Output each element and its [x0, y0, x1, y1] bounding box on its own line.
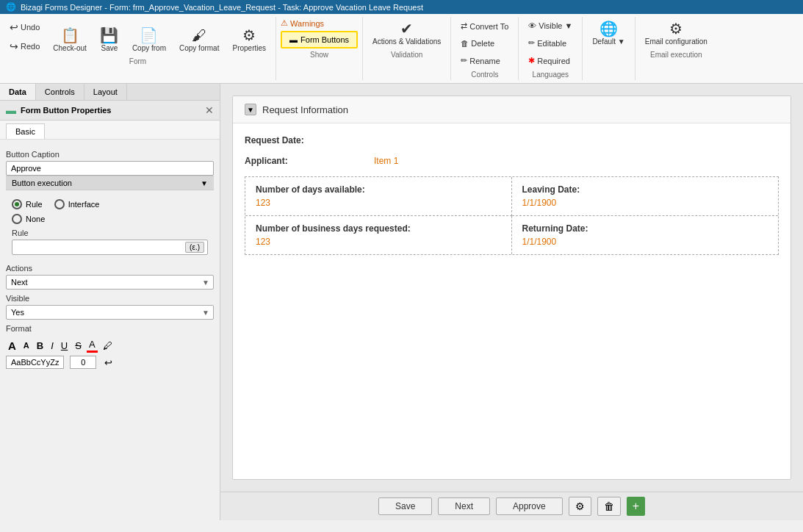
- format-font-large[interactable]: A: [6, 339, 18, 353]
- tab-data[interactable]: Data: [0, 84, 36, 100]
- format-preview-row: AaBbCcYyZz ↩: [6, 356, 214, 369]
- convert-to-button[interactable]: ⇄ Convert To: [455, 18, 514, 34]
- rename-icon: ✏: [461, 56, 467, 65]
- radio-rule-circle: [12, 199, 22, 209]
- format-reset-button[interactable]: ↩: [102, 356, 115, 369]
- execution-options: Rule Interface None Ru: [6, 190, 214, 259]
- radio-group-2: None: [12, 214, 208, 224]
- check-out-icon: 📋: [61, 28, 79, 43]
- prop-subtabs: Basic: [0, 121, 220, 140]
- panel-tabs: Data Controls Layout: [0, 84, 220, 101]
- format-highlight[interactable]: 🖊: [101, 339, 115, 352]
- delete-icon: 🗑: [461, 39, 469, 48]
- radio-interface[interactable]: Interface: [54, 199, 100, 209]
- radio-group: Rule Interface: [12, 199, 208, 209]
- actions-select[interactable]: Next Save Cancel: [7, 276, 213, 289]
- rule-picker-button[interactable]: (ε.): [185, 242, 204, 253]
- copy-from-button[interactable]: 📄 Copy from: [127, 25, 171, 55]
- format-italic[interactable]: I: [48, 339, 56, 352]
- form-body: Request Date: Applicant: Item 1 Number o…: [233, 123, 791, 267]
- actions-select-wrap: Next Save Cancel ▼: [6, 275, 214, 290]
- rule-input[interactable]: [15, 243, 185, 252]
- format-bold[interactable]: B: [35, 339, 46, 352]
- radio-none-circle: [12, 214, 22, 224]
- undo-button[interactable]: ↩ Undo: [4, 18, 45, 36]
- save-icon: 💾: [100, 28, 118, 43]
- grid-cell-0: Number of days available: 123: [245, 177, 512, 216]
- ribbon-content: ↩ Undo ↪ Redo 📋 Check-out 💾 Save: [0, 14, 803, 83]
- editable-button[interactable]: ✏ Editable: [523, 35, 572, 51]
- close-button[interactable]: ✕: [205, 104, 214, 116]
- undo-icon: ↩: [10, 21, 18, 33]
- left-panel: Data Controls Layout ▬ Form Button Prope…: [0, 84, 220, 520]
- radio-interface-circle: [54, 199, 65, 209]
- collapse-button[interactable]: ▼: [245, 104, 256, 115]
- visible-select[interactable]: Yes No: [7, 306, 213, 319]
- title-text: Bizagi Forms Designer - Form: frm_Approv…: [21, 3, 423, 12]
- format-strikethrough[interactable]: S: [73, 339, 84, 352]
- ribbon-group-languages: 👁 Visible ▼ ✏ Editable ✱ Required Langua…: [519, 17, 583, 80]
- form-buttons-icon: ▬: [289, 35, 298, 44]
- radio-none[interactable]: None: [12, 214, 45, 224]
- subtab-basic[interactable]: Basic: [6, 123, 45, 139]
- ribbon: ↩ Undo ↪ Redo 📋 Check-out 💾 Save: [0, 14, 803, 84]
- properties-button[interactable]: ⚙ Properties: [227, 25, 271, 55]
- button-caption-input[interactable]: [6, 161, 214, 176]
- request-date-label: Request Date:: [245, 135, 362, 145]
- save-form-button[interactable]: Save: [378, 497, 432, 515]
- default-icon: 🌐: [599, 21, 618, 36]
- visible-select-wrap: Yes No ▼: [6, 305, 214, 320]
- copy-format-icon: 🖌: [192, 28, 206, 43]
- warnings-button[interactable]: ⚠ Warnings: [281, 18, 324, 28]
- trash-icon-button[interactable]: 🗑: [597, 497, 621, 516]
- redo-button[interactable]: ↪ Redo: [4, 37, 45, 55]
- save-button[interactable]: 💾 Save: [95, 25, 124, 55]
- check-out-button[interactable]: 📋 Check-out: [48, 25, 92, 55]
- add-button[interactable]: +: [627, 497, 645, 516]
- format-underline[interactable]: U: [59, 339, 70, 352]
- visible-icon: 👁: [528, 21, 536, 30]
- ribbon-group-controls: ⇄ Convert To 🗑 Delete ✏ Rename Controls: [451, 17, 519, 80]
- radio-rule[interactable]: Rule: [12, 199, 43, 209]
- validation-icon: ✔: [400, 21, 413, 36]
- tab-layout[interactable]: Layout: [84, 84, 127, 100]
- email-config-button[interactable]: ⚙ Email configuration: [640, 18, 713, 48]
- format-number-input[interactable]: [70, 356, 96, 369]
- properties-content: Button Caption Button execution ▼ Rule: [0, 140, 220, 375]
- copy-format-button[interactable]: 🖌 Copy format: [174, 25, 224, 55]
- title-bar: 🌐 Bizagi Forms Designer - Form: frm_Appr…: [0, 0, 803, 14]
- next-button[interactable]: Next: [438, 497, 490, 515]
- required-icon: ✱: [528, 56, 535, 65]
- format-font-color[interactable]: A: [87, 338, 98, 353]
- main-area: Data Controls Layout ▬ Form Button Prope…: [0, 84, 803, 520]
- format-font-small[interactable]: A: [21, 340, 32, 351]
- rename-button[interactable]: ✏ Rename: [455, 53, 505, 68]
- convert-icon: ⇄: [461, 21, 467, 31]
- form-buttons-button[interactable]: ▬ Form Buttons: [281, 31, 358, 48]
- visible-label: Visible: [6, 294, 214, 303]
- section-title: Request Information: [262, 104, 348, 115]
- app-icon: 🌐: [6, 2, 16, 12]
- default-button[interactable]: 🌐 Default ▼: [587, 18, 630, 48]
- applicant-label: Applicant:: [245, 156, 362, 166]
- format-label: Format: [6, 324, 214, 333]
- bottom-bar: Save Next Approve ⚙ 🗑 +: [220, 492, 803, 520]
- ribbon-group-validation: ✔ Actions & Validations Validation: [363, 17, 451, 80]
- ribbon-group-form: ↩ Undo ↪ Redo 📋 Check-out 💾 Save: [0, 17, 276, 80]
- required-button[interactable]: ✱ Required: [523, 53, 575, 68]
- delete-button[interactable]: 🗑 Delete: [455, 36, 500, 51]
- properties-header: ▬ Form Button Properties ✕: [0, 101, 220, 121]
- format-toolbar: A A B I U S A 🖊: [6, 335, 214, 356]
- execution-toggle[interactable]: ▼: [201, 179, 208, 187]
- actions-validations-button[interactable]: ✔ Actions & Validations: [367, 18, 446, 48]
- settings-icon-button[interactable]: ⚙: [569, 497, 591, 516]
- form-canvas: ▼ Request Information Request Date: Appl…: [232, 96, 791, 480]
- properties-title: Form Button Properties: [21, 106, 111, 115]
- visible-button[interactable]: 👁 Visible ▼: [523, 18, 577, 33]
- tab-controls[interactable]: Controls: [36, 84, 84, 100]
- approve-button[interactable]: Approve: [496, 497, 563, 515]
- email-icon: ⚙: [669, 21, 683, 36]
- actions-label: Actions: [6, 264, 214, 273]
- ribbon-group-email: ⚙ Email configuration Email execution: [635, 17, 717, 80]
- redo-icon: ↪: [10, 40, 18, 52]
